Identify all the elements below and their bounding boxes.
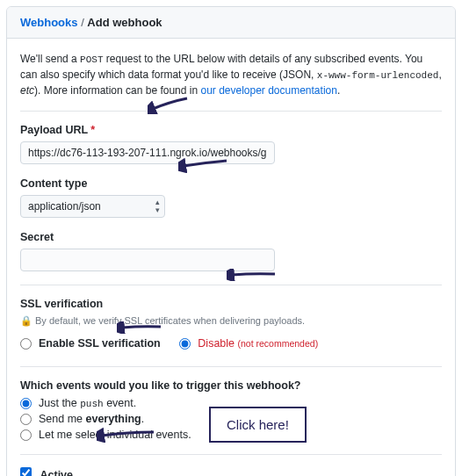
ssl-note: 🔒By default, we verify SSL certificates …	[20, 315, 442, 327]
secret-label: Secret	[20, 231, 442, 243]
events-push-code: push	[80, 399, 103, 409]
events-individual-radio[interactable]	[20, 429, 32, 441]
intro-mid2: ,	[438, 69, 441, 81]
divider	[20, 285, 442, 285]
active-label-text: Active	[40, 469, 73, 476]
divider	[20, 111, 442, 112]
click-here-callout: Click here!	[209, 407, 307, 443]
payload-url-input[interactable]	[20, 141, 275, 164]
active-label: Active	[40, 469, 73, 476]
ssl-enable-label: Enable SSL verification	[39, 337, 161, 350]
ssl-verification-group: SSL verification 🔒By default, we verify …	[20, 298, 442, 353]
active-checkbox[interactable]	[20, 467, 32, 476]
intro-mid3: ). More information can be found in	[34, 84, 200, 97]
content-type-select-wrap: application/json ▴▾	[20, 195, 165, 218]
events-everything-strong: everything	[86, 413, 141, 425]
intro-text: We'll send a POST request to the URL bel…	[20, 52, 442, 98]
active-group: Active We will deliver event details whe…	[20, 467, 442, 476]
breadcrumb: Webhooks / Add webhook	[7, 7, 455, 39]
intro-end: .	[337, 84, 340, 97]
payload-url-label-text: Payload URL	[20, 124, 88, 136]
events-everything-pre: Send me	[39, 413, 86, 425]
secret-group: Secret	[20, 231, 442, 271]
intro-prefix: We'll send a	[20, 53, 80, 65]
callout-text: Click here!	[227, 417, 289, 432]
ssl-disable-note: (not recommended)	[238, 338, 319, 349]
ssl-enable-text: Enable SSL verification	[39, 337, 161, 350]
breadcrumb-root-link[interactable]: Webhooks	[20, 16, 78, 29]
ssl-enable-radio[interactable]	[20, 338, 32, 350]
events-everything-post: .	[141, 413, 144, 425]
ssl-disable-radio[interactable]	[179, 338, 191, 350]
required-marker: *	[90, 124, 95, 136]
intro-etc: etc	[20, 84, 34, 97]
content-type-label: Content type	[20, 177, 442, 190]
content-type-group: Content type application/json ▴▾	[20, 177, 442, 218]
lock-icon: 🔒	[20, 315, 32, 327]
ssl-note-text: By default, we verify SSL certificates w…	[35, 315, 305, 326]
intro-method: POST	[80, 54, 103, 65]
divider	[20, 454, 442, 455]
events-push-pre: Just the	[39, 397, 80, 409]
events-individual-label: Let me select individual events.	[39, 429, 191, 441]
ssl-disable-label: Disable (not recommended)	[198, 337, 318, 350]
secret-input[interactable]	[20, 249, 275, 271]
payload-url-group: Payload URL *	[20, 124, 442, 164]
breadcrumb-current: Add webhook	[87, 16, 162, 29]
webhook-panel: Webhooks / Add webhook We'll send a POST…	[6, 6, 456, 476]
intro-encoded: x-www-form-urlencoded	[317, 70, 439, 81]
panel-body: We'll send a POST request to the URL bel…	[7, 39, 455, 476]
ssl-disable-text: Disable	[198, 337, 235, 350]
events-push-radio[interactable]	[20, 398, 32, 409]
payload-url-label: Payload URL *	[20, 124, 442, 136]
events-everything-label: Send me everything.	[39, 413, 144, 425]
events-everything-radio[interactable]	[20, 414, 32, 425]
events-label: Which events would you like to trigger t…	[20, 379, 442, 392]
ssl-verification-label: SSL verification	[20, 298, 442, 310]
events-push-label: Just the push event.	[39, 397, 136, 409]
intro-link[interactable]: our developer documentation	[200, 84, 336, 97]
content-type-select[interactable]: application/json	[20, 195, 165, 218]
divider	[20, 366, 442, 367]
events-push-post: event.	[104, 397, 137, 409]
